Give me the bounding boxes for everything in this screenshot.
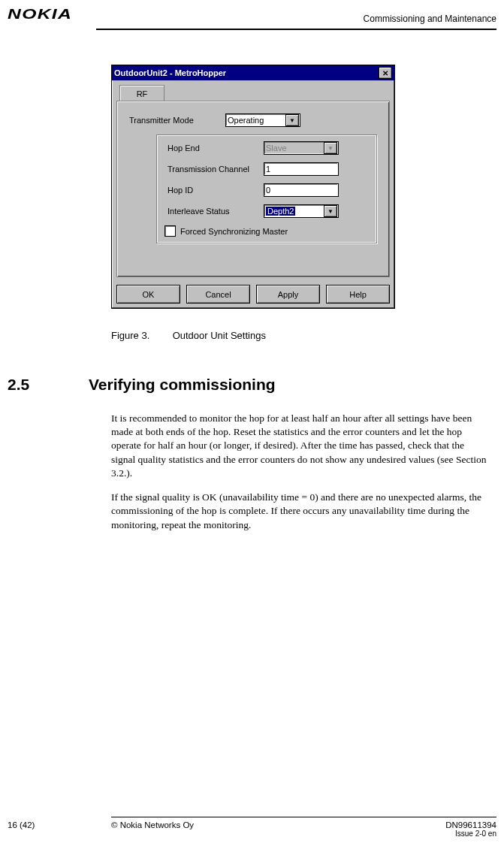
dialog-window: OutdoorUnit2 - MetroHopper ✕ RF Transmit… [111, 65, 395, 309]
forced-sync-label: Forced Synchronizing Master [180, 227, 288, 236]
forced-sync-checkbox[interactable] [164, 225, 176, 237]
brand-logo: NOKIA [8, 6, 72, 23]
page-number: 16 (42) [8, 820, 35, 829]
tab-rf[interactable]: RF [119, 85, 164, 102]
chevron-down-icon: ▼ [324, 142, 337, 154]
paragraph-1: It is recommended to monitor the hop for… [111, 412, 487, 480]
issue-label: Issue 2-0 en [445, 829, 496, 838]
transmitter-mode-dropdown[interactable]: Operating ▼ [225, 113, 300, 127]
chevron-down-icon[interactable]: ▼ [285, 114, 299, 126]
transmitter-mode-label: Transmitter Mode [129, 116, 225, 125]
chevron-down-icon[interactable]: ▼ [324, 205, 337, 217]
hop-id-input[interactable]: 0 [264, 183, 339, 197]
section-title: Verifying commissioning [89, 376, 276, 394]
interleave-value: Depth2 [266, 207, 295, 216]
transmitter-mode-value: Operating [228, 116, 264, 125]
cancel-button[interactable]: Cancel [186, 285, 250, 304]
help-button[interactable]: Help [326, 285, 390, 304]
titlebar: OutdoorUnit2 - MetroHopper ✕ [112, 65, 394, 80]
figure-caption: Figure 3. Outdoor Unit Settings [111, 330, 394, 341]
copyright: © Nokia Networks Oy [111, 820, 194, 829]
transmission-channel-label: Transmission Channel [167, 165, 264, 174]
tab-pane: Transmitter Mode Operating ▼ Hop End Sla… [116, 101, 390, 277]
doc-number: DN99611394 [445, 820, 496, 829]
header-rule [96, 29, 496, 30]
apply-button[interactable]: Apply [256, 285, 320, 304]
close-icon[interactable]: ✕ [379, 67, 392, 79]
paragraph-2: If the signal quality is OK (unavailabil… [111, 491, 487, 532]
interleave-dropdown[interactable]: Depth2 ▼ [264, 204, 339, 218]
figure-title: Outdoor Unit Settings [173, 330, 266, 341]
hop-end-dropdown: Slave ▼ [264, 141, 339, 155]
figure-number: Figure 3. [111, 330, 170, 341]
ok-button[interactable]: OK [116, 285, 180, 304]
section-label: Commissioning and Maintenance [364, 14, 496, 24]
hop-id-label: Hop ID [167, 186, 264, 195]
hop-end-value: Slave [266, 144, 287, 153]
hop-end-label: Hop End [167, 144, 264, 153]
transmission-channel-input[interactable]: 1 [264, 162, 339, 176]
footer-rule [111, 817, 496, 817]
body-text: It is recommended to monitor the hop for… [111, 412, 487, 542]
inner-group: Hop End Slave ▼ Transmission Channel 1 H… [156, 134, 377, 243]
section-number: 2.5 [8, 376, 89, 394]
interleave-label: Interleave Status [167, 207, 264, 216]
window-title: OutdoorUnit2 - MetroHopper [114, 68, 226, 77]
